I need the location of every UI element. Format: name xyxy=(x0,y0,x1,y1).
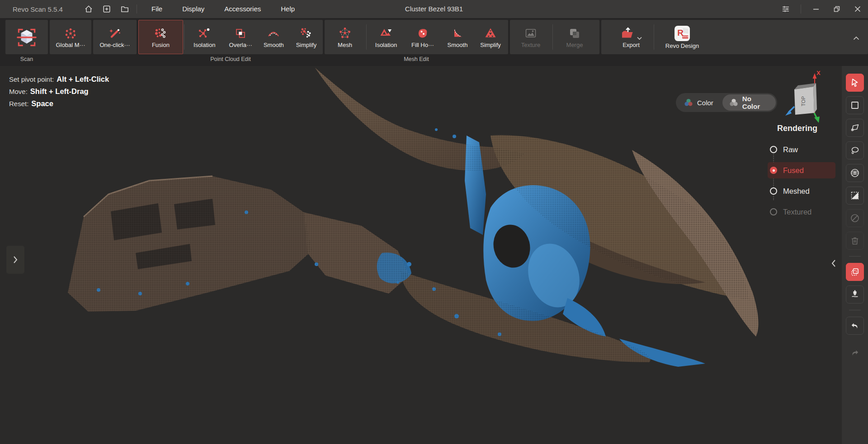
no-color-option[interactable]: No Color xyxy=(722,94,776,111)
striped-sphere-icon xyxy=(849,168,860,178)
menu-help[interactable]: Help xyxy=(271,0,305,18)
close-button[interactable] xyxy=(847,0,868,18)
overlap-icon xyxy=(234,27,247,40)
merge-button[interactable]: Merge xyxy=(554,20,595,54)
scan-button[interactable] xyxy=(5,20,48,54)
selection-tool-sidebar xyxy=(842,66,868,444)
pc-isolation-icon xyxy=(198,27,211,40)
invert-selection-tool[interactable] xyxy=(846,187,864,205)
one-click-label: One-click··· xyxy=(99,42,130,48)
left-panel-expand-handle[interactable] xyxy=(6,246,24,274)
texture-icon xyxy=(524,27,538,40)
toolbar-group-labels: Scan Point Cloud Edit Mesh Edit xyxy=(0,54,868,66)
rendering-option-fused[interactable]: Fused xyxy=(768,162,835,178)
revo-design-logo: R DESIGN xyxy=(675,26,690,41)
ribbon-toolbar: Global M··· One-click··· xyxy=(0,18,868,66)
pc-isolation-button[interactable]: Isolation xyxy=(185,20,224,54)
close-icon xyxy=(854,6,861,12)
orientation-gizmo[interactable]: X TOP xyxy=(784,68,827,126)
undo-button[interactable] xyxy=(846,317,864,335)
radio-icon xyxy=(770,187,777,195)
fusion-label: Fusion xyxy=(152,42,170,48)
revo-design-button[interactable]: R DESIGN Revo Design xyxy=(655,20,709,54)
restore-button[interactable] xyxy=(826,0,847,18)
select-cursor-tool[interactable] xyxy=(846,74,864,92)
home-button[interactable] xyxy=(81,2,96,16)
color-option[interactable]: Color xyxy=(677,94,720,111)
brush-icon xyxy=(849,289,860,300)
mesh-edit-group-label: Mesh Edit xyxy=(325,56,508,62)
point-cloud-model xyxy=(0,66,842,444)
app-title: Revo Scan 5.5.4 xyxy=(0,5,71,13)
radio-icon xyxy=(770,167,777,174)
mesh-simplify-icon xyxy=(484,27,497,40)
merge-icon xyxy=(568,27,581,40)
axis-x-label: X xyxy=(816,70,821,76)
rendering-option-textured[interactable]: Textured xyxy=(768,204,835,220)
chevron-right-icon xyxy=(13,256,18,264)
folder-icon xyxy=(120,5,129,14)
minimize-button[interactable] xyxy=(806,0,826,18)
menu-display[interactable]: Display xyxy=(172,0,214,18)
mesh-isolation-button[interactable]: Isolation xyxy=(368,20,405,54)
sliders-icon xyxy=(781,5,790,14)
lasso-icon xyxy=(849,145,860,156)
duplicate-tool[interactable] xyxy=(846,263,864,281)
rendering-option-meshed[interactable]: Meshed xyxy=(768,183,835,199)
lasso-select-tool[interactable] xyxy=(846,141,864,159)
right-panel-collapse-handle[interactable] xyxy=(827,252,840,275)
menu-file[interactable]: File xyxy=(142,0,172,18)
pc-isolation-label: Isolation xyxy=(193,42,215,48)
trash-icon xyxy=(849,235,860,246)
revo-scan-window: Revo Scan 5.5.4 File Display Accessories… xyxy=(0,0,868,444)
titlebar: Revo Scan 5.5.4 File Display Accessories… xyxy=(0,0,868,18)
deselect-tool[interactable] xyxy=(846,209,864,227)
viewport-3d[interactable]: Set pivot point:Alt + Left-Click Move:Sh… xyxy=(0,66,842,444)
sidebar-separator xyxy=(849,310,861,310)
polygon-select-tool[interactable] xyxy=(846,119,864,137)
mesh-smooth-icon xyxy=(451,27,464,40)
document-title: Cluster Bezel 93B1 xyxy=(405,0,463,18)
rect-select-tool[interactable] xyxy=(846,96,864,114)
magic-wand-icon xyxy=(108,27,122,40)
global-markers-button[interactable]: Global M··· xyxy=(50,20,91,54)
restore-icon xyxy=(834,6,840,12)
export-dropdown-icon[interactable] xyxy=(637,37,642,40)
radio-icon xyxy=(770,146,777,153)
delete-selection-tool[interactable] xyxy=(846,232,864,250)
overlap-button[interactable]: Overla··· xyxy=(224,20,258,54)
mesh-simplify-button[interactable]: Simplify xyxy=(474,20,507,54)
mesh-smooth-button[interactable]: Smooth xyxy=(441,20,474,54)
ribbon-collapse-button[interactable] xyxy=(850,33,863,42)
svg-text:DESIGN: DESIGN xyxy=(682,36,689,38)
viewport-hints: Set pivot point:Alt + Left-Click Move:Sh… xyxy=(9,73,109,110)
connected-select-tool[interactable] xyxy=(846,164,864,182)
mesh-icon xyxy=(338,27,352,40)
mesh-button[interactable]: Mesh xyxy=(325,20,365,54)
gizmo-top-face-label: TOP xyxy=(801,96,806,106)
settings-button[interactable] xyxy=(775,0,796,18)
color-icon xyxy=(684,98,693,107)
new-project-icon xyxy=(102,5,111,14)
redo-icon xyxy=(849,347,860,358)
fill-holes-button[interactable]: Fill Ho··· xyxy=(405,20,441,54)
fusion-button[interactable]: Fusion xyxy=(138,20,183,54)
scan-group-label: Scan xyxy=(5,56,48,62)
invert-selection-icon xyxy=(849,190,860,201)
open-folder-button[interactable] xyxy=(118,2,132,16)
pc-smooth-icon xyxy=(267,27,280,40)
export-button[interactable]: Export xyxy=(609,20,653,54)
rendering-option-raw[interactable]: Raw xyxy=(768,141,835,158)
mesh-isolation-icon xyxy=(379,27,393,40)
one-click-button[interactable]: One-click··· xyxy=(93,20,137,54)
duplicate-icon xyxy=(849,266,860,277)
redo-button[interactable] xyxy=(846,344,864,362)
rectangle-icon xyxy=(849,100,860,111)
brush-tool[interactable] xyxy=(846,285,864,304)
pc-smooth-button[interactable]: Smooth xyxy=(258,20,290,54)
menu-accessories[interactable]: Accessories xyxy=(214,0,271,18)
pc-simplify-button[interactable]: Simplify xyxy=(290,20,323,54)
texture-button[interactable]: Texture xyxy=(510,20,552,54)
rendering-panel: Rendering Raw Fused Meshed Textured xyxy=(768,124,835,224)
new-project-button[interactable] xyxy=(99,2,114,16)
